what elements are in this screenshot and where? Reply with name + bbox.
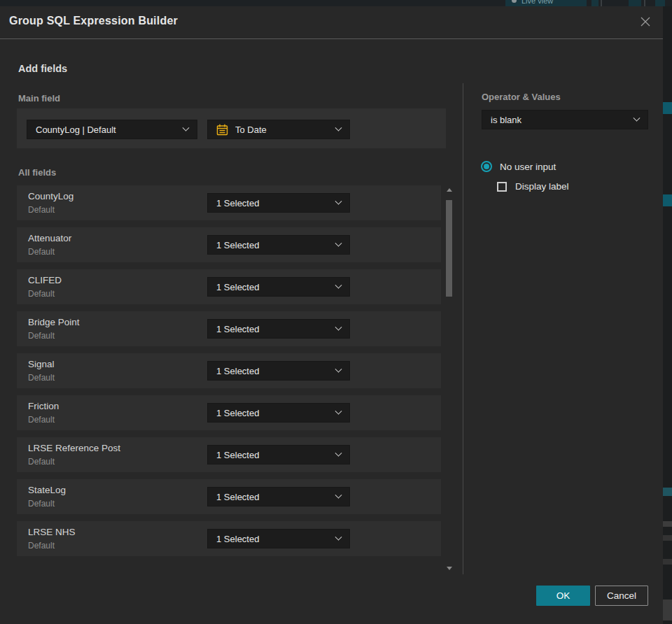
live-view-dot-icon (512, 0, 517, 3)
scrollbar-thumb[interactable] (446, 200, 452, 297)
scroll-up-icon[interactable] (447, 188, 452, 192)
radio-icon (481, 161, 492, 172)
calendar-icon (216, 124, 228, 136)
field-subtitle: Default (28, 373, 55, 383)
checkbox-icon (497, 182, 507, 192)
field-selected-value: 1 Selected (216, 240, 336, 250)
dialog-header: Group SQL Expression Builder (0, 6, 663, 39)
field-selected-value: 1 Selected (216, 198, 336, 208)
edge-fragment (663, 102, 672, 114)
edge-fragment (663, 559, 672, 565)
field-selected-value: 1 Selected (216, 366, 336, 376)
field-row: Attenuator Default 1 Selected (17, 227, 441, 262)
field-row: StateLog Default 1 Selected (17, 479, 441, 514)
chevron-down-icon (335, 407, 342, 414)
live-view-label: Live view (522, 0, 553, 5)
field-subtitle: Default (28, 499, 55, 509)
toolbar-divider (601, 0, 602, 6)
field-selected-dropdown[interactable]: 1 Selected (207, 487, 350, 506)
display-label-checkbox[interactable]: Display label (497, 181, 569, 192)
chevron-down-icon (335, 449, 342, 456)
field-selected-value: 1 Selected (216, 408, 336, 418)
edge-fragment (663, 194, 672, 206)
chevron-down-icon (335, 365, 342, 372)
chevron-down-icon (335, 323, 342, 330)
no-user-input-label: No user input (500, 162, 556, 172)
field-name: LRSE NHS (28, 527, 76, 537)
field-name: Bridge Point (28, 317, 80, 327)
all-fields-label: All fields (18, 167, 56, 178)
panel-divider (463, 83, 463, 574)
field-selected-value: 1 Selected (216, 492, 336, 502)
main-field-panel: CountyLog | Default To Date (17, 108, 446, 148)
date-select-value: To Date (235, 125, 336, 135)
ok-button[interactable]: OK (536, 586, 590, 606)
field-row: LRSE NHS Default 1 Selected (17, 521, 441, 556)
chevron-down-icon (183, 124, 190, 131)
edge-fragment (663, 488, 672, 496)
field-selected-dropdown[interactable]: 1 Selected (207, 193, 350, 213)
edge-fragment (663, 521, 672, 527)
background-app-toolbar: Live view (0, 0, 672, 6)
toolbar-fragment (655, 0, 665, 6)
chevron-down-icon (634, 114, 640, 121)
field-selected-value: 1 Selected (216, 450, 336, 460)
main-field-select[interactable]: CountyLog | Default (27, 120, 197, 139)
add-fields-heading: Add fields (18, 63, 67, 74)
field-row: Bridge Point Default 1 Selected (17, 311, 441, 346)
dialog-title: Group SQL Expression Builder (9, 15, 178, 27)
cancel-button[interactable]: Cancel (595, 586, 648, 606)
field-name: Signal (28, 359, 55, 369)
operator-select[interactable]: is blank (482, 110, 648, 129)
chevron-down-icon (335, 533, 342, 540)
toolbar-fragment (592, 0, 598, 6)
field-selected-value: 1 Selected (216, 324, 336, 334)
field-selected-dropdown[interactable]: 1 Selected (207, 319, 350, 339)
field-selected-value: 1 Selected (216, 534, 336, 544)
toolbar-fragment (629, 0, 641, 6)
main-field-label: Main field (18, 93, 60, 104)
background-app-edge (663, 6, 672, 624)
toolbar-divider (644, 0, 645, 6)
field-name: CountyLog (28, 191, 74, 201)
chevron-down-icon (335, 124, 342, 131)
field-row: LRSE Reference Post Default 1 Selected (17, 437, 441, 472)
field-name: StateLog (28, 485, 66, 495)
field-name: CLIFED (28, 275, 62, 285)
field-subtitle: Default (28, 247, 55, 257)
operator-values-label: Operator & Values (482, 92, 561, 102)
scroll-down-icon[interactable] (447, 567, 452, 570)
field-subtitle: Default (28, 457, 55, 467)
live-view-button[interactable]: Live view (505, 0, 587, 6)
field-subtitle: Default (28, 205, 55, 215)
main-field-select-value: CountyLog | Default (36, 125, 183, 135)
field-subtitle: Default (28, 541, 55, 551)
field-subtitle: Default (28, 289, 55, 299)
field-list-scrollbar[interactable] (444, 185, 454, 573)
edge-fragment (663, 600, 672, 621)
field-selected-dropdown[interactable]: 1 Selected (207, 529, 350, 548)
close-icon[interactable] (638, 14, 653, 29)
field-name: Friction (28, 401, 59, 411)
chevron-down-icon (335, 239, 342, 246)
field-selected-dropdown[interactable]: 1 Selected (207, 403, 350, 423)
display-label-label: Display label (515, 181, 569, 192)
field-selected-value: 1 Selected (216, 282, 336, 292)
main-field-date-select[interactable]: To Date (207, 120, 350, 139)
field-selected-dropdown[interactable]: 1 Selected (207, 361, 350, 381)
operator-select-value: is blank (491, 115, 634, 125)
field-subtitle: Default (28, 415, 55, 425)
field-selected-dropdown[interactable]: 1 Selected (207, 277, 350, 297)
chevron-down-icon (335, 491, 342, 498)
field-row: Friction Default 1 Selected (17, 395, 441, 430)
field-subtitle: Default (28, 331, 55, 341)
field-selected-dropdown[interactable]: 1 Selected (207, 445, 350, 465)
field-selected-dropdown[interactable]: 1 Selected (207, 235, 350, 255)
field-name: Attenuator (28, 233, 71, 243)
field-name: LRSE Reference Post (28, 443, 120, 453)
chevron-down-icon (335, 197, 342, 204)
edge-fragment (663, 535, 672, 541)
no-user-input-radio[interactable]: No user input (481, 161, 556, 172)
field-row: CLIFED Default 1 Selected (17, 269, 441, 304)
chevron-down-icon (335, 281, 342, 288)
